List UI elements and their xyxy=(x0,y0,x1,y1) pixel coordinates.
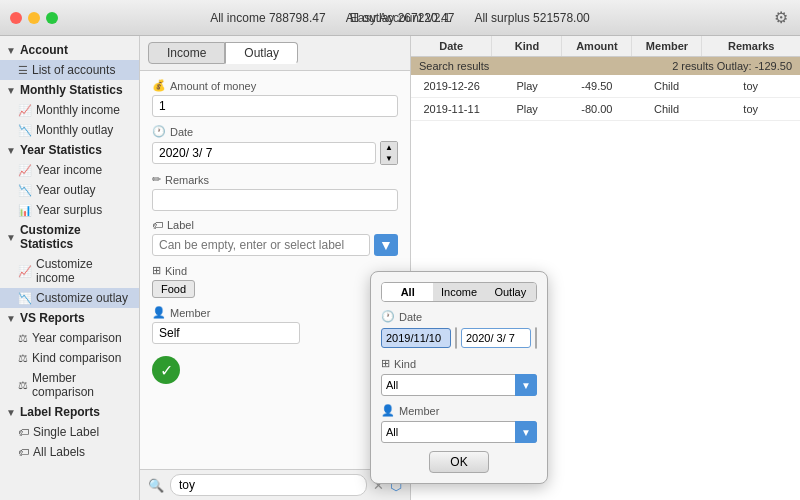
sidebar-item-customize-outlay[interactable]: 📉 Customize outlay xyxy=(0,288,139,308)
person-icon: 👤 xyxy=(152,306,166,319)
date-input[interactable] xyxy=(152,142,376,164)
sidebar-item-year-income[interactable]: 📈 Year income xyxy=(0,160,139,180)
kind-food-button[interactable]: Food xyxy=(152,280,195,298)
popup-tab-all[interactable]: All xyxy=(382,283,433,301)
label-label: 🏷 Label xyxy=(152,219,398,231)
popup-member-label: 👤 Member xyxy=(381,404,537,417)
settings-button[interactable]: ⚙ xyxy=(774,8,788,27)
close-button[interactable] xyxy=(10,12,22,24)
tag-icon: 🏷 xyxy=(152,219,163,231)
popup-date-start[interactable] xyxy=(381,328,451,348)
tab-outlay[interactable]: Outlay xyxy=(225,42,298,64)
money-icon: 💰 xyxy=(152,79,166,92)
col-date: Date xyxy=(411,36,492,56)
form-content: 💰 Amount of money 🕐 Date ▲ ▼ xyxy=(140,71,410,469)
popup-clock-icon: 🕐 xyxy=(381,310,395,323)
main-layout: ▼ Account ☰ List of accounts ▼ Monthly S… xyxy=(0,36,800,500)
arrow-icon: ▼ xyxy=(6,313,16,324)
sidebar-item-year-surplus[interactable]: 📊 Year surplus xyxy=(0,200,139,220)
sidebar-item-label: All Labels xyxy=(33,445,85,459)
label-add-button[interactable]: ▼ xyxy=(374,234,398,256)
date-down-button[interactable]: ▼ xyxy=(381,153,397,164)
sidebar-section-vs[interactable]: ▼ VS Reports xyxy=(0,308,139,328)
sidebar-item-year-comparison[interactable]: ⚖ Year comparison xyxy=(0,328,139,348)
popup-end-down-button[interactable]: ▼ xyxy=(536,338,537,348)
kind-buttons-row: Food xyxy=(152,280,398,298)
popup-member-section: 👤 Member All ▼ xyxy=(381,404,537,443)
surplus-stat: All surplus 521578.00 xyxy=(474,11,589,25)
sidebar-section-customize-label: Customize Statistics xyxy=(20,223,133,251)
sidebar-section-monthly[interactable]: ▼ Monthly Statistics xyxy=(0,80,139,100)
remarks-label: ✏ Remarks xyxy=(152,173,398,186)
col-kind: Kind xyxy=(492,36,562,56)
sidebar-item-customize-income[interactable]: 📈 Customize income xyxy=(0,254,139,288)
arrow-icon: ▼ xyxy=(6,145,16,156)
popup-end-up-button[interactable]: ▲ xyxy=(536,328,537,338)
date-label: 🕐 Date xyxy=(152,125,398,138)
search-icon: 🔍 xyxy=(148,478,164,493)
cell-amount: -80.00 xyxy=(562,101,632,117)
date-stepper[interactable]: ▲ ▼ xyxy=(380,141,398,165)
sidebar-section-vs-label: VS Reports xyxy=(20,311,85,325)
sidebar-section-label[interactable]: ▼ Label Reports xyxy=(0,402,139,422)
popup-ok-button[interactable]: OK xyxy=(429,451,488,473)
search-input[interactable] xyxy=(170,474,367,496)
clock-icon: 🕐 xyxy=(152,125,166,138)
popup-start-stepper[interactable]: ▲ ▼ xyxy=(455,327,457,349)
maximize-button[interactable] xyxy=(46,12,58,24)
toolbar-stats: All income 788798.47 All outlay 267220.4… xyxy=(210,11,590,25)
remarks-input[interactable] xyxy=(152,189,398,211)
sidebar-item-monthly-income[interactable]: 📈 Monthly income xyxy=(0,100,139,120)
sidebar-section-customize[interactable]: ▼ Customize Statistics xyxy=(0,220,139,254)
submit-button[interactable]: ✓ xyxy=(152,352,180,384)
chart-icon: 📈 xyxy=(18,104,32,117)
chart-icon: 📈 xyxy=(18,164,32,177)
popup-start-up-button[interactable]: ▲ xyxy=(456,328,457,338)
tab-income[interactable]: Income xyxy=(148,42,225,64)
search-results-label: Search results xyxy=(419,60,489,72)
kind-row: ⊞ Kind Food xyxy=(152,264,398,298)
sidebar-section-year[interactable]: ▼ Year Statistics xyxy=(0,140,139,160)
popup-kind-select-wrap: All ▼ xyxy=(381,374,537,396)
sidebar-item-monthly-outlay[interactable]: 📉 Monthly outlay xyxy=(0,120,139,140)
date-input-wrap xyxy=(152,142,376,164)
sidebar-item-kind-comparison[interactable]: ⚖ Kind comparison xyxy=(0,348,139,368)
popup-date-end[interactable] xyxy=(461,328,531,348)
cell-amount: -49.50 xyxy=(562,78,632,94)
popup-tab-outlay[interactable]: Outlay xyxy=(485,283,536,301)
table-row[interactable]: 2019-11-11 Play -80.00 Child toy xyxy=(411,98,800,121)
member-input[interactable] xyxy=(152,322,300,344)
sidebar-item-label: Monthly outlay xyxy=(36,123,113,137)
date-up-button[interactable]: ▲ xyxy=(381,142,397,153)
popup-tab-income[interactable]: Income xyxy=(433,283,484,301)
sidebar-section-account-label: Account xyxy=(20,43,68,57)
minimize-button[interactable] xyxy=(28,12,40,24)
sidebar-item-label: Kind comparison xyxy=(32,351,121,365)
col-member: Member xyxy=(632,36,702,56)
sidebar-item-year-outlay[interactable]: 📉 Year outlay xyxy=(0,180,139,200)
sidebar-item-list-of-accounts[interactable]: ☰ List of accounts xyxy=(0,60,139,80)
outlay-stat: All outlay 267220.47 xyxy=(346,11,455,25)
popup-kind-select[interactable]: All xyxy=(381,374,537,396)
sidebar-item-label: Monthly income xyxy=(36,103,120,117)
table-row[interactable]: 2019-12-26 Play -49.50 Child toy xyxy=(411,75,800,98)
sidebar-item-label: Year comparison xyxy=(32,331,122,345)
sidebar-item-all-labels[interactable]: 🏷 All Labels xyxy=(0,442,139,462)
label-input[interactable] xyxy=(152,234,370,256)
check-icon: ✓ xyxy=(152,356,180,384)
sidebar-item-label: Member comparison xyxy=(32,371,133,399)
amount-input[interactable] xyxy=(152,95,398,117)
sidebar-section-label-label: Label Reports xyxy=(20,405,100,419)
sidebar-item-member-comparison[interactable]: ⚖ Member comparison xyxy=(0,368,139,402)
filter-popup: All Income Outlay 🕐 Date ▲ xyxy=(370,271,548,484)
popup-member-select[interactable]: All xyxy=(381,421,537,443)
popup-end-stepper[interactable]: ▲ ▼ xyxy=(535,327,537,349)
sidebar-section-account[interactable]: ▼ Account xyxy=(0,40,139,60)
sidebar-item-single-label[interactable]: 🏷 Single Label xyxy=(0,422,139,442)
popup-kind-section: ⊞ Kind All ▼ xyxy=(381,357,537,396)
popup-start-down-button[interactable]: ▼ xyxy=(456,338,457,348)
arrow-icon: ▼ xyxy=(6,45,16,56)
compare-icon: ⚖ xyxy=(18,352,28,365)
popup-ok-row: OK xyxy=(381,451,537,473)
chart-icon: 📉 xyxy=(18,184,32,197)
